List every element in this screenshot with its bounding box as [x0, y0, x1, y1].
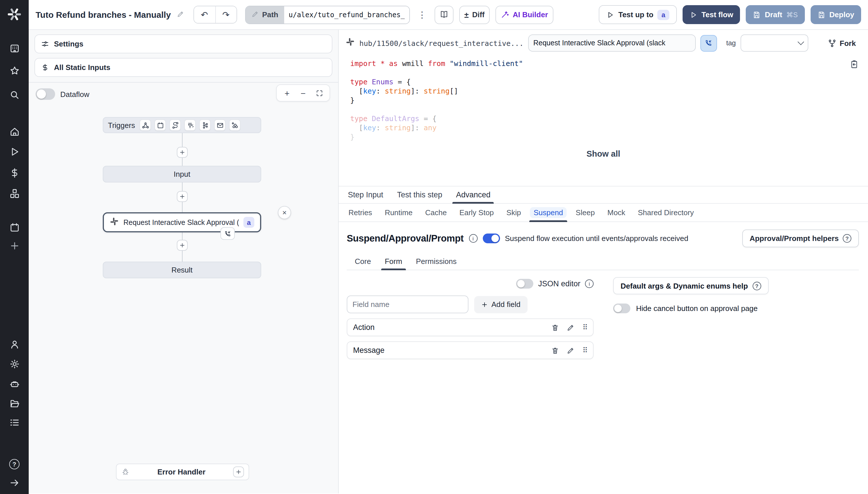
slack-approval-node[interactable]: Request Interactive Slack Approval (... …	[103, 212, 261, 232]
drag-handle-icon[interactable]: ⠿	[583, 323, 587, 331]
resources-icon[interactable]	[0, 187, 29, 200]
subtab-runtime[interactable]: Runtime	[378, 204, 419, 222]
drag-handle-icon[interactable]: ⠿	[583, 346, 587, 355]
info-icon[interactable]: i	[469, 234, 477, 243]
bug-icon	[121, 468, 130, 476]
flow-canvas[interactable]: Triggers Input Request Int	[29, 100, 338, 484]
edit-title-icon[interactable]	[177, 10, 184, 20]
add-step-button[interactable]	[177, 191, 188, 202]
add-step-button[interactable]	[177, 147, 188, 158]
tab-core[interactable]: Core	[348, 253, 378, 270]
add-step-button[interactable]	[177, 240, 188, 251]
subtab-sleep[interactable]: Sleep	[570, 204, 601, 222]
ai-builder-button[interactable]: AI Builder	[495, 5, 553, 24]
input-node-label: Input	[174, 170, 190, 178]
docs-button[interactable]	[435, 5, 454, 24]
tab-step-input[interactable]: Step Input	[341, 187, 390, 203]
schedule-icon[interactable]	[154, 119, 166, 131]
schedules-icon[interactable]	[0, 220, 29, 234]
tab-form[interactable]: Form	[378, 253, 409, 270]
suspend-toggle-button[interactable]	[700, 35, 717, 51]
help-icon[interactable]: ?	[0, 457, 29, 471]
input-node[interactable]: Input	[103, 166, 261, 183]
edit-icon[interactable]	[567, 346, 575, 354]
trash-icon[interactable]	[551, 323, 559, 331]
expand-icon[interactable]	[0, 476, 29, 489]
copy-code-button[interactable]	[850, 60, 859, 71]
remove-step-button[interactable]: ×	[278, 206, 291, 219]
info-icon[interactable]: i	[585, 279, 594, 288]
all-static-inputs-button[interactable]: All Static Inputs	[34, 58, 332, 77]
path-label-button[interactable]: Path	[245, 6, 284, 23]
undo-button[interactable]: ↶	[194, 6, 215, 23]
workers-icon[interactable]	[0, 377, 29, 391]
form-field-row[interactable]: Message ⠿	[347, 341, 594, 359]
email-icon[interactable]	[214, 119, 226, 131]
tab-advanced[interactable]: Advanced	[449, 187, 497, 203]
code-preview[interactable]: import * as wmill from "windmill-client"…	[339, 54, 868, 144]
subtab-cache[interactable]: Cache	[419, 204, 453, 222]
add-icon[interactable]	[0, 239, 29, 252]
variables-icon[interactable]	[0, 166, 29, 179]
suspend-enabled-toggle[interactable]	[482, 233, 500, 243]
draft-button[interactable]: Draft ⌘S	[746, 5, 805, 24]
fit-view-button[interactable]	[312, 86, 326, 100]
folders-icon[interactable]	[0, 397, 29, 410]
kafka-icon[interactable]	[199, 119, 211, 131]
poll-icon[interactable]	[229, 119, 241, 131]
home-icon[interactable]	[0, 125, 29, 138]
search-icon[interactable]	[0, 88, 29, 101]
default-args-help-button[interactable]: Default args & Dynamic enums help ?	[613, 277, 769, 294]
audit-logs-icon[interactable]	[0, 415, 29, 429]
step-title-input[interactable]	[528, 34, 696, 52]
dataflow-toggle[interactable]	[36, 88, 55, 100]
subtab-early-stop[interactable]: Early Stop	[453, 204, 500, 222]
trash-icon[interactable]	[551, 346, 559, 354]
approval-prompt-helpers-button[interactable]: Approval/Prompt helpers ?	[742, 229, 859, 247]
star-icon[interactable]	[0, 64, 29, 77]
triggers-node[interactable]: Triggers	[103, 117, 261, 133]
hide-cancel-toggle[interactable]	[613, 304, 630, 313]
redo-button[interactable]: ↷	[215, 6, 236, 23]
subtab-retries[interactable]: Retries	[342, 204, 378, 222]
subtab-skip[interactable]: Skip	[500, 204, 527, 222]
more-menu-button[interactable]: ⋮	[415, 10, 429, 20]
error-handler-node[interactable]: Error Handler	[116, 463, 249, 480]
edit-icon[interactable]	[567, 323, 575, 331]
zoom-in-button[interactable]: +	[280, 86, 294, 100]
tab-permissions[interactable]: Permissions	[409, 253, 464, 270]
deploy-button[interactable]: Deploy	[810, 5, 861, 24]
websocket-icon[interactable]	[184, 119, 196, 131]
form-field-row[interactable]: Action ⠿	[347, 319, 594, 336]
code-lines: import * as wmill from "windmill-client"…	[350, 59, 868, 142]
subtab-shared-directory[interactable]: Shared Directory	[631, 204, 700, 222]
settings-icon[interactable]	[0, 357, 29, 370]
test-up-to-button[interactable]: Test up to a	[599, 5, 677, 24]
path-label: Path	[262, 10, 278, 19]
test-flow-button[interactable]: Test flow	[683, 5, 740, 24]
fork-button[interactable]: Fork	[828, 39, 856, 48]
add-error-handler-button[interactable]	[233, 467, 244, 477]
tag-select[interactable]	[740, 34, 808, 52]
add-field-button[interactable]: Add field	[474, 296, 527, 313]
users-icon[interactable]	[0, 337, 29, 351]
tab-test-this-step[interactable]: Test this step	[390, 187, 449, 203]
result-node[interactable]: Result	[103, 262, 261, 278]
hub-script-path[interactable]: hub/11500/slack/request_interactive...	[359, 39, 523, 48]
windmill-logo[interactable]	[0, 0, 29, 29]
suspend-heading: Suspend/Approval/Prompt	[347, 233, 464, 244]
http-route-icon[interactable]	[169, 119, 181, 131]
field-name-input[interactable]	[347, 296, 468, 313]
app-window: ? Tuto Refund branches - Manually ↶ ↷ Pa…	[0, 0, 868, 494]
webhook-icon[interactable]	[140, 119, 151, 131]
zoom-out-button[interactable]: −	[296, 86, 310, 100]
path-input[interactable]	[284, 6, 409, 23]
workspace-icon[interactable]	[0, 41, 29, 55]
diff-button[interactable]: ±Diff	[459, 5, 490, 24]
runs-icon[interactable]	[0, 145, 29, 158]
subtab-suspend[interactable]: Suspend	[527, 204, 570, 222]
show-all-button[interactable]: Show all	[586, 149, 620, 158]
json-editor-toggle[interactable]	[516, 279, 534, 288]
subtab-mock[interactable]: Mock	[601, 204, 631, 222]
flow-settings-button[interactable]: Settings	[34, 34, 332, 53]
